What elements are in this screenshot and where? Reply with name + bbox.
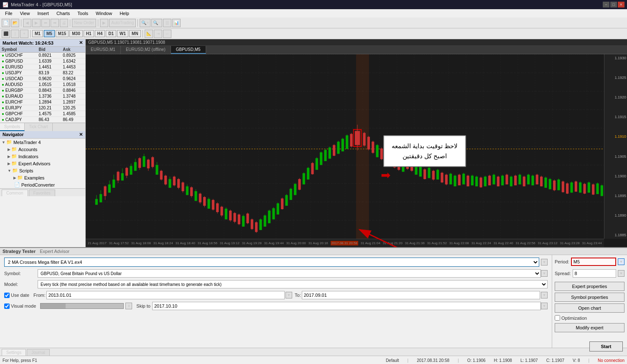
nav-item-metatrader-4[interactable]: ▼ 📁MetaTrader 4 — [0, 139, 85, 146]
skip-to-calendar-btn[interactable]: ▼ — [541, 303, 548, 309]
period-h1[interactable]: H1 — [84, 30, 94, 37]
chart-tab-gbpusd-m5[interactable]: GBPUSD,M5 — [171, 46, 206, 54]
symbol-properties-button[interactable]: Symbol properties — [555, 293, 624, 302]
tab-common[interactable]: Common — [2, 190, 28, 196]
market-watch-row[interactable]: ● EURUSD 1.4451 1.4453 — [0, 64, 85, 70]
print-button[interactable]: 🖨 — [60, 19, 68, 27]
ea-selector[interactable]: 2 MA Crosses Mega filter EA V1.ex4 — [4, 258, 539, 267]
indicators-button[interactable]: 📊 — [172, 19, 181, 27]
tab-symbols[interactable]: Symbols — [0, 123, 25, 131]
template-button[interactable]: 📐 — [145, 30, 153, 38]
market-watch-row[interactable]: ● AUDUSD 1.0515 1.0518 — [0, 82, 85, 88]
period-h4[interactable]: H4 — [95, 30, 105, 37]
zoom-in-button[interactable]: 🔍+ — [140, 19, 150, 27]
market-watch-row[interactable]: ● GBPUSD 1.6339 1.6342 — [0, 58, 85, 64]
forward-button[interactable]: ▶ — [32, 19, 41, 27]
market-watch-row[interactable]: ● EURJPY 120.21 120.25 — [0, 105, 85, 111]
market-watch-row[interactable]: ● EURAUD 1.3736 1.3748 — [0, 94, 85, 99]
zoom-out-button[interactable]: 🔍− — [151, 19, 162, 27]
autotrading-button[interactable]: AutoTrading — [109, 19, 136, 27]
svg-rect-114 — [311, 163, 314, 174]
menu-tools[interactable]: Tools — [74, 10, 92, 17]
chart-tab-eurusd-m2[interactable]: EURUSD,M2 (offline) — [121, 46, 171, 54]
period-sep — [30, 30, 31, 38]
nav-item-indicators[interactable]: ▶ 📁Indicators — [0, 153, 85, 160]
period-m5[interactable]: M5 — [44, 30, 55, 37]
chart-scroll-button[interactable]: ⬅ — [41, 19, 50, 27]
maximize-button[interactable]: □ — [610, 2, 617, 8]
menu-file[interactable]: File — [2, 10, 16, 17]
svg-rect-92 — [264, 215, 266, 227]
chart-info-bar: GBPUSD,M5 1.19071.19081.19071.1908 — [86, 39, 627, 46]
navigator-header: Navigator ✕ — [0, 131, 85, 139]
chart-canvas[interactable]: 1.1930 1.1925 1.1920 1.1915 1.1910 1.190… — [86, 54, 627, 247]
menu-view[interactable]: View — [17, 10, 33, 17]
modify-expert-button[interactable]: Modify expert — [555, 323, 624, 332]
nav-item-expert-advisors[interactable]: ▶ 📁Expert Advisors — [0, 160, 85, 167]
minimize-button[interactable]: − — [603, 2, 609, 8]
from-input[interactable] — [46, 291, 285, 299]
chart-scroll-right-button[interactable]: ➡ — [51, 19, 59, 27]
market-watch-row[interactable]: ● GBPCHF 1.4575 1.4585 — [0, 111, 85, 117]
to-calendar-btn[interactable]: ▼ — [541, 292, 548, 298]
period-m1[interactable]: M1 — [32, 30, 43, 37]
test-tab-journal[interactable]: Journal — [27, 349, 50, 356]
navigator-close[interactable]: ✕ — [79, 132, 83, 137]
spread-input[interactable] — [573, 269, 616, 278]
ea-dropdown-btn[interactable]: ▼ — [541, 259, 548, 265]
test-tab-settings[interactable]: Settings — [2, 349, 26, 356]
market-watch-row[interactable]: ● CADJPY 86.43 86.49 — [0, 117, 85, 123]
from-calendar-btn[interactable]: ▼ — [285, 292, 292, 298]
chart-autoscroll-button[interactable]: ↔ — [163, 30, 171, 38]
start-button[interactable]: Start — [589, 341, 623, 351]
market-watch-close[interactable]: ✕ — [79, 40, 83, 46]
chart-type-bar[interactable]: ||| — [163, 19, 171, 27]
menu-window[interactable]: Window — [92, 10, 115, 17]
open-button[interactable]: 📂 — [11, 19, 19, 27]
svg-rect-217 — [536, 174, 538, 184]
period-mn[interactable]: MN — [129, 30, 141, 37]
market-watch-row[interactable]: ● USDJPY 83.19 83.22 — [0, 70, 85, 76]
period-m30[interactable]: M30 — [69, 30, 82, 37]
menu-insert[interactable]: Insert — [34, 10, 52, 17]
menu-help[interactable]: Help — [116, 10, 133, 17]
period-dropdown-btn[interactable]: ▼ — [618, 258, 624, 265]
market-watch-row[interactable]: ● USDCHF 0.8921 0.8925 — [0, 53, 85, 58]
period-input[interactable] — [571, 258, 616, 266]
nav-item-examples[interactable]: ▶ 📁Examples — [0, 174, 85, 181]
chart-shift-button[interactable]: ⇥ — [154, 30, 162, 38]
market-watch-row[interactable]: ● EURGBP 0.8843 0.8846 — [0, 88, 85, 94]
market-watch-row[interactable]: ● EURCHF 1.2894 1.2897 — [0, 99, 85, 105]
model-select[interactable]: Every tick (the most precise method base… — [38, 280, 548, 288]
open-chart-button[interactable]: Open chart — [555, 303, 624, 313]
spread-dropdown-btn[interactable]: ▼ — [618, 270, 624, 277]
cursor-tool[interactable]: | — [11, 30, 19, 38]
nav-item-scripts[interactable]: ▼ 📁Scripts — [0, 167, 85, 174]
visual-mode-text: Visual mode — [11, 303, 36, 308]
symbol-select[interactable]: GBPUSD, Great Britain Pound vs US Dollar — [38, 269, 541, 278]
period-d1[interactable]: D1 — [106, 30, 116, 37]
close-button[interactable]: ✕ — [618, 2, 624, 8]
tab-tick-chart[interactable]: Tick Chart — [25, 123, 52, 131]
symbol-dropdown-btn[interactable]: ▼ — [541, 270, 548, 277]
nav-item-periodconverter[interactable]: 📄PeriodConverter — [0, 181, 85, 188]
period-w1[interactable]: W1 — [117, 30, 128, 37]
to-input[interactable] — [302, 291, 540, 299]
new-chart-button[interactable]: 📄 — [2, 19, 10, 27]
line-tool[interactable]: ⬛ — [2, 30, 10, 38]
pause-btn[interactable]: ⏸ — [125, 303, 132, 309]
back-button[interactable]: ◀ — [23, 19, 31, 27]
chart-tab-eurusd-m1[interactable]: EURUSD,M1 — [86, 46, 121, 54]
usedate-checkbox[interactable] — [4, 293, 10, 298]
optimization-checkbox[interactable] — [555, 315, 560, 321]
nav-item-accounts[interactable]: ▶ 📁Accounts — [0, 146, 85, 153]
expert-properties-button[interactable]: Expert properties — [555, 282, 624, 291]
period-m15[interactable]: M15 — [56, 30, 69, 37]
tab-favorites[interactable]: Favorites — [29, 190, 55, 196]
visual-mode-checkbox[interactable] — [4, 303, 10, 309]
skip-to-input[interactable] — [152, 302, 541, 310]
market-watch-row[interactable]: ● USDCAD 0.9620 0.9624 — [0, 76, 85, 82]
crosshair-tool[interactable]: + — [20, 30, 28, 38]
new-order-button[interactable]: New Order — [72, 19, 96, 27]
menu-charts[interactable]: Charts — [53, 10, 73, 17]
